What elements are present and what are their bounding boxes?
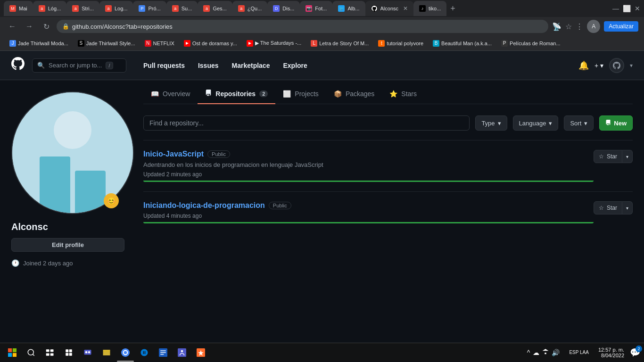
tab-fot[interactable]: 📷 Fot... xyxy=(300,1,332,16)
user-dropdown-arrow[interactable]: ▾ xyxy=(630,62,633,69)
update-button[interactable]: Actualizar xyxy=(604,21,638,32)
browser-profile[interactable]: A xyxy=(587,20,600,33)
svg-point-15 xyxy=(88,351,91,354)
tab-log2[interactable]: a Log... xyxy=(99,1,133,16)
tab-su[interactable]: a Su... xyxy=(166,1,198,16)
bookmark-tutorial[interactable]: t tutorial polyvore xyxy=(374,39,427,48)
bookmark-jade2[interactable]: S Jade Thirlwall Style... xyxy=(74,39,139,48)
clock-date: 8/04/2022 xyxy=(598,353,624,358)
refresh-button[interactable]: ↻ xyxy=(40,20,53,33)
emoji-button[interactable]: 😊 xyxy=(104,193,119,208)
tab-qu[interactable]: a ¿Qu... xyxy=(232,1,268,16)
repo-name-link[interactable]: Inicio-JavaScript xyxy=(143,150,204,158)
tab-tik[interactable]: ♪ tiko... xyxy=(413,1,446,16)
tab-pro1[interactable]: P Pró... xyxy=(133,1,166,16)
bookmark-doramas[interactable]: ▶ Ost de doramas y... xyxy=(180,39,241,48)
bar-actions: 📡 ☆ ⋮ A Actualizar xyxy=(552,20,638,33)
tab-ges[interactable]: a Ges... xyxy=(198,1,232,16)
volume-icon[interactable]: 🔊 xyxy=(552,349,560,356)
language-filter-button[interactable]: Language ▾ xyxy=(513,115,559,131)
repo-info: Iniciando-logica-de-programacion Public … xyxy=(143,201,594,223)
bookmark-saturdays[interactable]: ▶ ▶ The Saturdays -... xyxy=(243,39,305,48)
taskbar-chat[interactable] xyxy=(79,344,96,361)
repo-name-row: Iniciando-logica-de-programacion Public xyxy=(143,201,594,210)
start-button[interactable] xyxy=(4,344,21,361)
tab-log1[interactable]: a Lóg... xyxy=(33,1,67,16)
tab-overview[interactable]: 📖 Overview xyxy=(143,84,198,104)
lock-icon: 🔒 xyxy=(62,23,69,30)
tab-alb[interactable]: 🐦 Alb... xyxy=(332,1,365,16)
bookmark-netflix[interactable]: N NETFLIX xyxy=(141,39,178,48)
star-button[interactable]: ☆ Star xyxy=(594,150,622,163)
cloud-icon[interactable]: ☁ xyxy=(533,349,539,356)
tab-label: Lóg... xyxy=(48,6,61,11)
nav-issues[interactable]: Issues xyxy=(192,59,224,72)
bookmark-beautiful[interactable]: B Beautiful Man (a.k.a... xyxy=(429,39,495,48)
bookmark-label: Ost de doramas y... xyxy=(192,41,237,46)
sort-filter-button[interactable]: Sort ▾ xyxy=(564,115,594,131)
taskbar-explorer[interactable] xyxy=(98,344,115,361)
restore-icon[interactable]: ⬜ xyxy=(623,5,631,12)
svg-rect-0 xyxy=(8,348,12,352)
taskbar-scratch[interactable] xyxy=(192,344,209,361)
address-bar[interactable]: 🔒 github.com/Alconsc?tab=repositories xyxy=(57,20,548,33)
star-button[interactable]: ☆ Star xyxy=(594,201,622,214)
tab-dis[interactable]: D Dis... xyxy=(267,1,300,16)
tab-github[interactable]: Alconsc ✕ xyxy=(365,1,414,16)
tab-projects[interactable]: ⬜ Projects xyxy=(275,84,326,104)
star-dropdown-button[interactable]: ▾ xyxy=(622,201,633,214)
bookmark-jade1[interactable]: J Jade Thirlwall Moda... xyxy=(6,39,72,48)
taskbar-widgets[interactable] xyxy=(60,344,77,361)
forward-button[interactable]: → xyxy=(23,20,36,33)
clock-icon: 🕐 xyxy=(11,259,19,267)
star-dropdown-button[interactable]: ▾ xyxy=(622,150,633,163)
user-avatar-header[interactable] xyxy=(609,58,624,73)
back-button[interactable]: ← xyxy=(6,20,19,33)
edit-profile-button[interactable]: Edit profile xyxy=(11,238,124,252)
overview-label: Overview xyxy=(163,90,190,98)
taskbar-clock[interactable]: 12:57 p. m. 8/04/2022 xyxy=(594,347,628,358)
cast-icon[interactable]: 📡 xyxy=(552,22,561,31)
repos-icon xyxy=(205,90,212,98)
tab-stri[interactable]: a Stri... xyxy=(66,1,99,16)
tab-close-icon[interactable]: ✕ xyxy=(403,5,408,12)
settings-icon[interactable]: ⋮ xyxy=(576,22,583,31)
create-plus[interactable]: + ▾ xyxy=(594,62,603,69)
nav-pullrequests[interactable]: Pull requests xyxy=(138,59,190,72)
notifications-bell[interactable]: 🔔 xyxy=(578,60,589,71)
bookmark-icon[interactable]: ☆ xyxy=(565,22,572,31)
repo-updated: Updated 2 minutes ago xyxy=(143,171,202,178)
tabs-bar: M Mai a Lóg... a Stri... a Log... P Pró.… xyxy=(0,0,644,17)
taskbar-teams[interactable] xyxy=(173,344,190,361)
tab-packages[interactable]: 📦 Packages xyxy=(326,84,382,104)
new-tab-button[interactable]: + xyxy=(446,4,459,14)
taskbar-taskview[interactable] xyxy=(41,344,58,361)
search-bar[interactable]: 🔍 Search or jump to... / xyxy=(32,58,126,73)
github-logo[interactable] xyxy=(11,57,25,74)
taskbar-search[interactable] xyxy=(23,344,40,361)
wifi-icon[interactable] xyxy=(542,348,549,356)
systray-up-arrow[interactable]: ^ xyxy=(527,349,530,356)
type-filter-button[interactable]: Type ▾ xyxy=(475,115,507,131)
profile-initial: A xyxy=(592,23,595,30)
search-icon: 🔍 xyxy=(37,62,45,69)
svg-rect-6 xyxy=(50,349,54,352)
taskbar-edge[interactable] xyxy=(136,344,153,361)
taskbar-chrome[interactable] xyxy=(117,344,134,361)
new-repo-button[interactable]: New xyxy=(599,115,633,131)
taskbar-word[interactable] xyxy=(155,344,172,361)
bookmark-peliculas[interactable]: P Películas de Roman... xyxy=(497,39,564,48)
close-icon[interactable]: ✕ xyxy=(635,5,640,12)
bookmark-label: Jade Thirlwall Moda... xyxy=(18,41,68,46)
find-repo-input[interactable] xyxy=(143,115,470,131)
tab-repositories[interactable]: Repositories 2 xyxy=(198,84,275,104)
notification-area[interactable]: 💬 2 xyxy=(630,347,640,358)
tab-mail[interactable]: M Mai xyxy=(4,1,33,16)
bookmark-letra[interactable]: L Letra de Story Of M... xyxy=(307,39,372,48)
nav-explore[interactable]: Explore xyxy=(277,59,313,72)
repo-name-link[interactable]: Iniciando-logica-de-programacion xyxy=(143,201,265,210)
tab-stars[interactable]: ⭐ Stars xyxy=(382,84,424,104)
minimize-icon[interactable]: — xyxy=(612,5,619,12)
nav-marketplace[interactable]: Marketplace xyxy=(226,59,276,72)
github-header: 🔍 Search or jump to... / Pull requests I… xyxy=(0,51,644,80)
